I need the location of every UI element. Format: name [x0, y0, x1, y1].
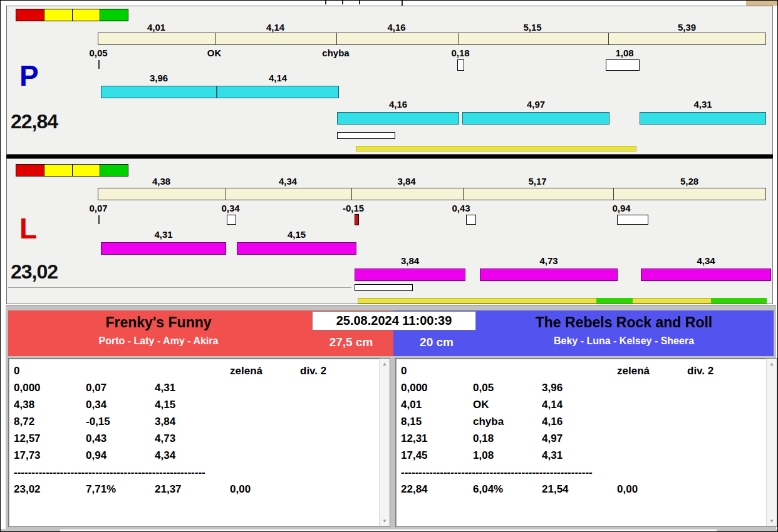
ruler-tick: [215, 33, 216, 44]
cross-time-label: 0,43: [436, 203, 486, 213]
split-time-label: 4,14: [215, 23, 336, 32]
progress-green-segment: [711, 298, 767, 304]
cross-marker: [606, 59, 640, 71]
scroll-up-button[interactable]: ▲: [380, 359, 390, 369]
window-edge-tick: [325, 1, 326, 4]
log-cell: -0,15: [86, 413, 155, 430]
split-ruler: [98, 33, 766, 45]
log-cell: 0: [401, 362, 473, 379]
cross-time-label: 0,18: [435, 48, 485, 58]
split-time-label: 4,38: [98, 176, 225, 186]
log-divider: ----------------------------------------…: [14, 464, 205, 481]
log-cell: zelená: [617, 362, 687, 379]
dog-time-label: 4,97: [462, 100, 609, 109]
log-row: 17,730,944,34: [14, 447, 377, 464]
log-row: 8,72-0,153,84: [14, 413, 377, 430]
ruler-tick: [608, 33, 609, 44]
white-marker-bar: [355, 284, 413, 291]
run-log-left[interactable]: 0zelenádiv. 2 0,0000,074,31 4,380,344,15…: [8, 358, 390, 527]
cross-start-tick: [98, 60, 100, 69]
baseline: [8, 287, 351, 288]
log-cell: 8,72: [14, 413, 86, 430]
cross-marker: [617, 215, 648, 225]
log-cell: 4,14: [542, 396, 617, 413]
log-cell: 0,00: [617, 481, 687, 498]
log-cell: 4,97: [542, 430, 617, 447]
log-divider-row: ----------------------------------------…: [401, 464, 764, 481]
log-row: 12,570,434,73: [14, 430, 377, 447]
log-cell: 4,01: [401, 396, 473, 413]
run-log-right[interactable]: 0zelenádiv. 2 0,0000,053,96 4,01OK4,14 8…: [395, 358, 777, 527]
log-cell: 4,31: [155, 379, 230, 396]
split-time-label: 3,84: [351, 176, 462, 186]
log-row: 0,0000,074,31: [14, 379, 377, 396]
dog-time-bar: [640, 112, 766, 125]
cross-time-label: 0,94: [596, 203, 646, 213]
log-cell: 23,02: [14, 481, 86, 498]
log-cell: 4,15: [155, 396, 230, 413]
lane-l-panel: 4,38 4,34 3,84 5,17 5,28 0,07 0,34 -0,15…: [6, 158, 773, 304]
scroll-down-button[interactable]: ▼: [380, 516, 390, 526]
ruler-tick: [613, 188, 614, 200]
log-cell: 0,000: [401, 379, 473, 396]
log-scrollbar[interactable]: ▲ ▼: [379, 359, 390, 526]
team-name: The Rebels Rock and Roll: [480, 314, 768, 330]
cross-time-label: 1,08: [599, 48, 650, 58]
team-dogs: Porto - Laty - Amy - Akira: [8, 335, 309, 347]
log-cell: 8,15: [401, 413, 473, 430]
log-cell: OK: [473, 396, 542, 413]
log-cell: div. 2: [687, 362, 713, 379]
split-time-label: 5,28: [613, 176, 766, 186]
datetime-display: 25.08.2024 11:00:39: [312, 311, 476, 330]
traffic-yellow-segment: [72, 165, 100, 176]
log-scrollbar[interactable]: ▲ ▼: [766, 359, 777, 526]
traffic-green-segment: [100, 165, 128, 176]
dog-time-label: 4,31: [640, 100, 766, 109]
traffic-yellow-segment: [44, 9, 72, 21]
dog-time-bar: [337, 112, 459, 125]
log-row: 4,01OK4,14: [401, 396, 764, 413]
dog-time-label: 3,84: [355, 256, 465, 265]
log-totals-row: 22,846,04%21,540,00: [401, 481, 764, 498]
log-row: 8,15chyba4,16: [401, 413, 764, 430]
log-cell: 1,08: [473, 447, 542, 464]
window-edge-tick: [402, 1, 403, 6]
traffic-yellow-segment: [44, 165, 72, 176]
dog-time-label: 4,73: [480, 256, 618, 265]
cross-marker: [227, 215, 236, 225]
dog-time-bar: [101, 86, 217, 98]
dog-time-bar: [237, 242, 356, 255]
progress-bar: [358, 298, 766, 304]
log-row: 0,0000,053,96: [401, 379, 764, 396]
log-totals-row: 23,027,71%21,370,00: [14, 481, 377, 498]
dog-time-label: 4,15: [237, 230, 356, 239]
cross-marker: [457, 59, 464, 71]
log-cell: 12,57: [14, 430, 86, 447]
log-cell: 0: [14, 362, 86, 379]
log-cell: 17,45: [401, 447, 473, 464]
scroll-up-button[interactable]: ▲: [767, 359, 777, 369]
dog-time-bar: [101, 242, 226, 255]
dog-time-label: 4,34: [641, 256, 771, 265]
log-cell: 21,37: [155, 481, 230, 498]
cross-time-label: 0,07: [73, 203, 123, 213]
cross-time-label: chyba: [311, 48, 361, 58]
log-cell: 3,96: [542, 379, 617, 396]
log-divider-row: ----------------------------------------…: [14, 464, 377, 481]
window-edge-tick: [359, 1, 360, 4]
log-cell: 22,84: [401, 481, 473, 498]
log-cell: chyba: [473, 413, 542, 430]
scroll-down-button[interactable]: ▼: [767, 516, 777, 526]
ruler-tick: [336, 33, 337, 44]
traffic-red-segment: [16, 9, 44, 21]
log-header-row: 0zelenádiv. 2: [14, 362, 377, 379]
log-cell: 0,00: [230, 481, 300, 498]
split-time-label: 5,15: [457, 23, 608, 32]
cross-time-label: 0,34: [205, 203, 256, 213]
jump-height: 27,5 cm: [309, 335, 393, 349]
split-time-label: 4,16: [336, 23, 457, 32]
lane-p-panel: 4,01 4,14 4,16 5,15 5,39 0,05 OK chyba 0…: [6, 6, 773, 155]
cross-time-label: OK: [189, 48, 239, 58]
dog-time-bar: [641, 269, 771, 281]
split-time-label: 5,17: [462, 176, 613, 186]
